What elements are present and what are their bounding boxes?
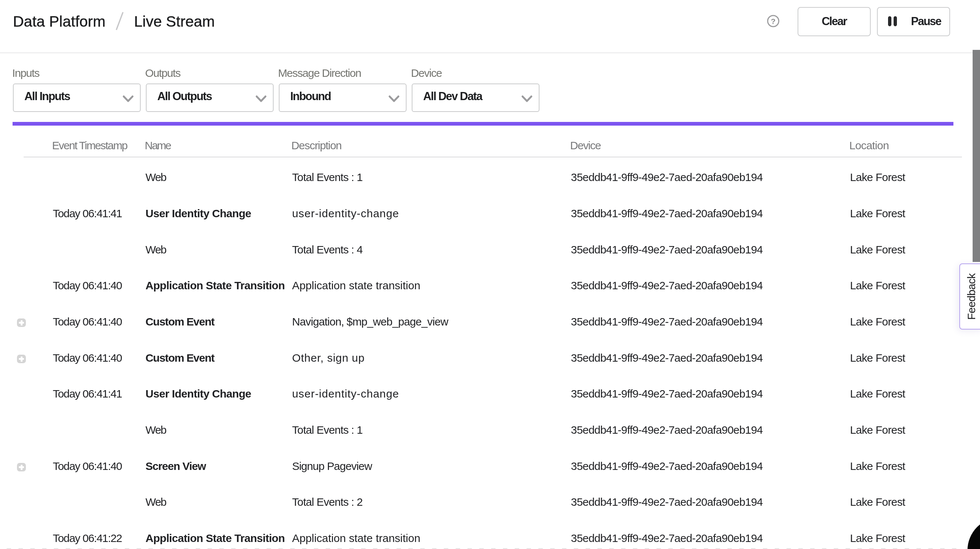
svg-text:?: ? xyxy=(771,17,776,26)
